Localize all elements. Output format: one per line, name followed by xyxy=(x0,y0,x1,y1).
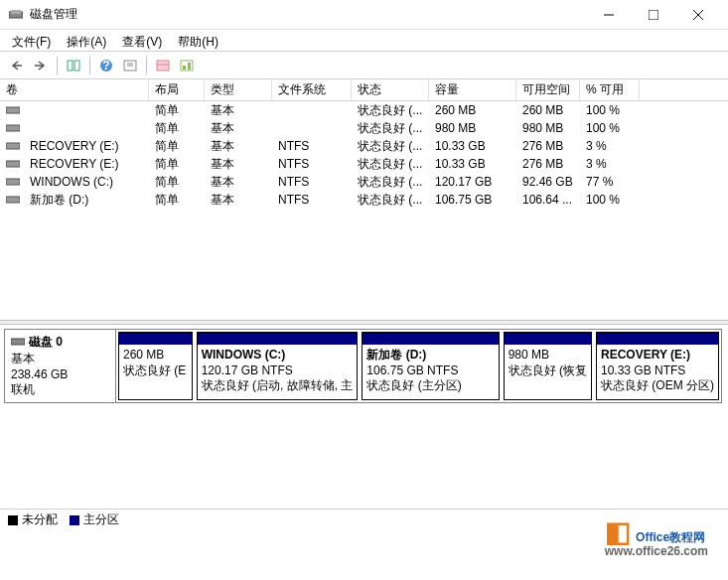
window-title: 磁盘管理 xyxy=(30,6,586,23)
refresh-button[interactable] xyxy=(119,55,141,76)
cell-cap: 106.75 GB xyxy=(429,192,516,208)
table-row[interactable]: 简单基本状态良好 (...260 MB260 MB100 % xyxy=(0,101,728,119)
svg-rect-24 xyxy=(11,339,25,345)
window-controls xyxy=(586,1,720,29)
legend-square-black xyxy=(8,515,18,525)
col-filesystem[interactable]: 文件系统 xyxy=(272,79,352,100)
split-view-button[interactable] xyxy=(63,55,84,76)
menu-help[interactable]: 帮助(H) xyxy=(170,32,226,49)
table-row[interactable]: WINDOWS (C:)简单基本NTFS状态良好 (...120.17 GB92… xyxy=(0,173,728,191)
titlebar: 磁盘管理 xyxy=(0,0,728,30)
cell-status: 状态良好 (... xyxy=(352,191,429,210)
cell-type: 基本 xyxy=(205,173,272,192)
maximize-button[interactable] xyxy=(631,1,675,29)
cell-cap: 10.33 GB xyxy=(429,156,516,172)
list-view-button[interactable] xyxy=(152,55,174,76)
cell-status: 状态良好 (... xyxy=(352,101,429,120)
col-pctfree[interactable]: % 可用 xyxy=(580,79,640,100)
partition[interactable]: 新加卷 (D:)106.75 GB NTFS状态良好 (主分区) xyxy=(362,332,499,400)
svg-rect-21 xyxy=(6,161,20,167)
cell-cap: 120.17 GB xyxy=(429,174,516,190)
partition-body: WINDOWS (C:)120.17 GB NTFS状态良好 (启动, 故障转储… xyxy=(198,345,358,399)
back-button[interactable] xyxy=(6,55,28,76)
col-layout[interactable]: 布局 xyxy=(149,79,205,100)
partition-body: 新加卷 (D:)106.75 GB NTFS状态良好 (主分区) xyxy=(363,345,498,399)
partition-status: 状态良好 (OEM 分区) xyxy=(601,378,714,394)
table-row[interactable]: 简单基本状态良好 (...980 MB980 MB100 % xyxy=(0,119,728,137)
col-capacity[interactable]: 容量 xyxy=(429,79,516,100)
partition[interactable]: WINDOWS (C:)120.17 GB NTFS状态良好 (启动, 故障转储… xyxy=(197,332,359,400)
partition[interactable]: 980 MB状态良好 (恢复 xyxy=(504,332,592,400)
partition[interactable]: RECOVERY (E:)10.33 GB NTFS状态良好 (OEM 分区) xyxy=(596,332,719,400)
partition-color-bar xyxy=(505,333,591,345)
cell-name: WINDOWS (C:) xyxy=(24,174,149,190)
menu-file[interactable]: 文件(F) xyxy=(4,32,59,49)
partition-size: 120.17 GB NTFS xyxy=(202,363,354,379)
cell-fs: NTFS xyxy=(272,174,352,190)
cell-pct: 100 % xyxy=(580,102,640,118)
svg-text:?: ? xyxy=(102,59,109,72)
cell-free: 106.64 ... xyxy=(516,192,580,208)
col-status[interactable]: 状态 xyxy=(352,79,429,100)
cell-cap: 10.33 GB xyxy=(429,138,516,154)
forward-button[interactable] xyxy=(30,55,52,76)
cell-type: 基本 xyxy=(205,101,272,120)
partition-color-bar xyxy=(198,333,358,345)
cell-pct: 100 % xyxy=(580,192,640,208)
svg-rect-17 xyxy=(188,63,191,70)
cell-fs xyxy=(272,127,352,129)
cell-pct: 3 % xyxy=(580,138,640,154)
volume-icon xyxy=(0,141,24,151)
partition-status: 状态良好 (E xyxy=(123,363,188,379)
partition-status: 状态良好 (恢复 xyxy=(509,363,587,379)
volume-icon xyxy=(0,123,24,133)
cell-pct: 3 % xyxy=(580,156,640,172)
svg-rect-18 xyxy=(6,107,20,113)
partition-status: 状态良好 (主分区) xyxy=(366,378,494,394)
partition-body: RECOVERY (E:)10.33 GB NTFS状态良好 (OEM 分区) xyxy=(597,345,718,399)
partition-size: 10.33 GB NTFS xyxy=(601,363,714,379)
cell-layout: 简单 xyxy=(149,155,205,174)
disk-row[interactable]: 磁盘 0 基本 238.46 GB 联机 260 MB状态良好 (EWINDOW… xyxy=(4,329,722,403)
svg-rect-1 xyxy=(11,10,21,14)
partition-size: 106.75 GB NTFS xyxy=(366,363,494,379)
col-type[interactable]: 类型 xyxy=(205,79,272,100)
cell-name: RECOVERY (E:) xyxy=(24,138,149,154)
partition-status: 状态良好 (启动, 故障转储, 主 xyxy=(202,378,354,394)
svg-rect-23 xyxy=(6,197,20,203)
watermark-logo: ◧ xyxy=(605,516,631,547)
graphical-view-button[interactable] xyxy=(176,55,198,76)
col-volume[interactable]: 卷 xyxy=(0,79,149,100)
partitions: 260 MB状态良好 (EWINDOWS (C:)120.17 GB NTFS状… xyxy=(116,330,721,402)
partition-body: 980 MB状态良好 (恢复 xyxy=(505,345,591,399)
table-row[interactable]: RECOVERY (E:)简单基本NTFS状态良好 (...10.33 GB27… xyxy=(0,155,728,173)
svg-rect-16 xyxy=(183,66,186,70)
cell-status: 状态良好 (... xyxy=(352,137,429,156)
minimize-button[interactable] xyxy=(586,1,631,29)
table-row[interactable]: 新加卷 (D:)简单基本NTFS状态良好 (...106.75 GB106.64… xyxy=(0,191,728,209)
cell-type: 基本 xyxy=(205,137,272,156)
menu-action[interactable]: 操作(A) xyxy=(59,32,114,49)
svg-rect-20 xyxy=(6,143,20,149)
partition-color-bar xyxy=(597,333,718,345)
table-row[interactable]: RECOVERY (E:)简单基本NTFS状态良好 (...10.33 GB27… xyxy=(0,137,728,155)
cell-layout: 简单 xyxy=(149,173,205,192)
toolbar-separator xyxy=(146,57,147,74)
close-button[interactable] xyxy=(675,1,720,29)
help-button[interactable]: ? xyxy=(95,55,117,76)
cell-type: 基本 xyxy=(205,191,272,210)
disk-info: 磁盘 0 基本 238.46 GB 联机 xyxy=(5,330,116,402)
cell-fs: NTFS xyxy=(272,138,352,154)
svg-rect-22 xyxy=(6,179,20,185)
cell-status: 状态良好 (... xyxy=(352,155,429,174)
col-free[interactable]: 可用空间 xyxy=(516,79,580,100)
cell-name xyxy=(24,109,149,111)
cell-free: 260 MB xyxy=(516,102,580,118)
cell-pct: 77 % xyxy=(580,174,640,190)
disk-state: 联机 xyxy=(11,381,109,398)
menu-view[interactable]: 查看(V) xyxy=(114,32,170,49)
cell-type: 基本 xyxy=(205,155,272,174)
partition[interactable]: 260 MB状态良好 (E xyxy=(118,332,193,400)
svg-rect-3 xyxy=(649,10,658,20)
cell-layout: 简单 xyxy=(149,191,205,210)
